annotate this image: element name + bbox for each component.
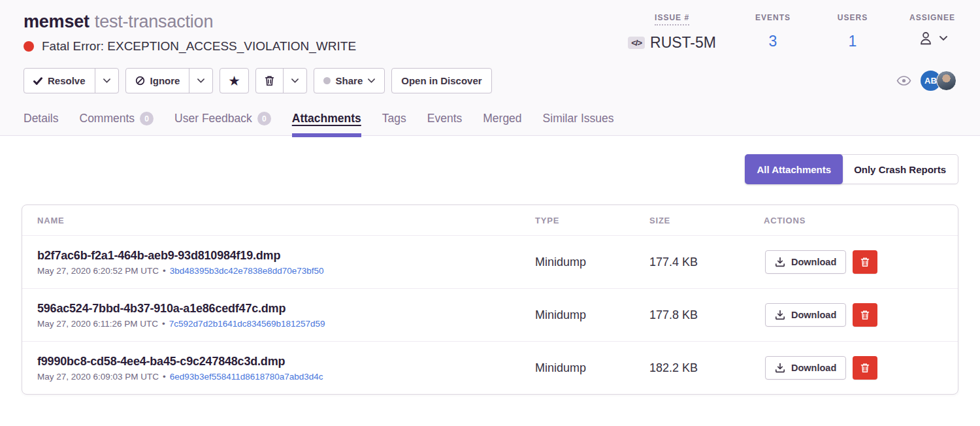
attachment-size: 177.8 KB <box>649 308 764 322</box>
open-in-discover-label: Open in Discover <box>401 75 482 86</box>
attachment-type: Minidump <box>535 361 649 375</box>
delete-dropdown-button[interactable] <box>283 69 306 93</box>
download-button[interactable]: Download <box>765 250 846 274</box>
meta-separator: • <box>162 319 165 329</box>
attachment-size: 177.4 KB <box>649 255 764 269</box>
download-label: Download <box>791 310 836 320</box>
download-button[interactable]: Download <box>765 356 846 380</box>
download-icon <box>775 257 785 267</box>
download-button[interactable]: Download <box>765 303 846 327</box>
resolve-button[interactable]: Resolve <box>24 69 95 93</box>
feedback-count-badge: 0 <box>257 112 271 125</box>
bookmark-star-button[interactable]: ★ <box>220 69 248 93</box>
seen-by-avatars: AB <box>921 71 956 91</box>
events-label: EVENTS <box>755 13 791 24</box>
column-header-type: TYPE <box>535 216 649 225</box>
open-discover-button-group: Open in Discover <box>391 68 491 93</box>
delete-button-group <box>255 68 307 93</box>
chevron-down-icon <box>291 78 299 83</box>
meta-separator: • <box>163 372 166 382</box>
attachment-name: b2f7ac6b-f2a1-464b-aeb9-93d810984f19.dmp <box>37 249 535 263</box>
attachment-type: Minidump <box>535 308 649 322</box>
ignore-button-group: Ignore <box>125 68 214 93</box>
comments-count-badge: 0 <box>140 112 154 125</box>
issue-short-id-value: RUST-5M <box>650 34 716 52</box>
delete-attachment-button[interactable] <box>853 250 877 274</box>
column-header-name: NAME <box>22 216 535 225</box>
share-label: Share <box>336 75 363 86</box>
issue-header: memsettest-transaction Fatal Error: EXCE… <box>0 0 980 54</box>
star-icon: ★ <box>229 75 239 87</box>
resolve-button-group: Resolve <box>24 68 119 93</box>
users-count[interactable]: 1 <box>849 33 857 50</box>
tab-events[interactable]: Events <box>427 112 463 135</box>
event-id-link[interactable]: 7c592d7d2b1641dc834569b181257d59 <box>169 319 325 329</box>
table-row: 596ac524-7bbd-4b37-910a-a1e86cedf47c.dmp… <box>22 288 958 341</box>
trash-icon <box>860 363 870 373</box>
issue-stats: ISSUE # </> RUST-5M EVENTS 3 USERS 1 ASS… <box>628 10 955 52</box>
issue-number-label: ISSUE # <box>655 13 689 25</box>
tab-tags[interactable]: Tags <box>382 112 406 135</box>
table-row: b2f7ac6b-f2a1-464b-aeb9-93d810984f19.dmp… <box>22 235 958 288</box>
transaction-name: test-transaction <box>95 12 213 31</box>
issue-short-id[interactable]: </> RUST-5M <box>628 34 716 52</box>
tab-similar-issues[interactable]: Similar Issues <box>543 112 614 135</box>
check-icon <box>33 77 42 85</box>
download-label: Download <box>791 257 836 267</box>
resolve-label: Resolve <box>48 75 86 86</box>
table-row: f9990bc8-cd58-4ee4-ba45-c9c247848c3d.dmp… <box>22 341 958 394</box>
attachment-size: 182.2 KB <box>649 361 764 375</box>
tab-comments[interactable]: Comments0 <box>80 112 154 135</box>
page-title: memset <box>24 12 90 31</box>
events-count[interactable]: 3 <box>769 33 777 50</box>
filter-only-crash-reports-button[interactable]: Only Crash Reports <box>842 155 958 184</box>
assignee-dropdown[interactable] <box>917 29 947 46</box>
issue-title-block: memsettest-transaction Fatal Error: EXCE… <box>24 10 356 54</box>
stat-issue-number: ISSUE # </> RUST-5M <box>628 13 716 52</box>
error-message: Fatal Error: EXCEPTION_ACCESS_VIOLATION_… <box>42 39 356 54</box>
code-icon: </> <box>628 37 645 49</box>
action-toolbar: Resolve Ignore <box>0 54 980 93</box>
share-button[interactable]: Share <box>314 69 385 93</box>
attachments-panel: All Attachments Only Crash Reports NAME … <box>0 136 980 426</box>
delete-attachment-button[interactable] <box>853 303 877 327</box>
attachment-date: May 27, 2020 6:11:26 PM UTC <box>37 319 158 329</box>
table-header-row: NAME TYPE SIZE ACTIONS <box>22 205 958 235</box>
attachments-table: NAME TYPE SIZE ACTIONS b2f7ac6b-f2a1-464… <box>22 205 958 395</box>
attachment-date: May 27, 2020 6:20:52 PM UTC <box>37 266 159 276</box>
filter-all-attachments-button[interactable]: All Attachments <box>745 154 843 184</box>
stat-assignee: ASSIGNEE <box>909 13 955 52</box>
event-id-link[interactable]: 6ed93b3ef558411d8618780a7abd3d4c <box>170 372 323 382</box>
share-status-dot <box>323 77 331 84</box>
stat-users: USERS 1 <box>830 13 875 52</box>
issue-page: memsettest-transaction Fatal Error: EXCE… <box>0 0 980 426</box>
tab-user-feedback[interactable]: User Feedback0 <box>174 112 271 135</box>
eye-icon <box>896 76 911 86</box>
bookmark-button-group: ★ <box>220 68 248 93</box>
open-in-discover-button[interactable]: Open in Discover <box>392 69 491 93</box>
delete-issue-button[interactable] <box>256 69 283 93</box>
download-icon <box>775 363 785 373</box>
attachment-name: f9990bc8-cd58-4ee4-ba45-c9c247848c3d.dmp <box>37 355 535 369</box>
ban-icon <box>135 76 145 86</box>
resolve-dropdown-button[interactable] <box>95 69 118 93</box>
chevron-down-icon <box>103 78 110 83</box>
tab-merged[interactable]: Merged <box>483 112 521 135</box>
tab-details[interactable]: Details <box>24 112 59 135</box>
avatar-photo <box>936 71 956 91</box>
seen-by-block: AB <box>896 71 956 91</box>
download-icon <box>775 310 785 320</box>
ignore-button[interactable]: Ignore <box>126 69 189 93</box>
delete-attachment-button[interactable] <box>853 356 877 380</box>
users-label: USERS <box>838 13 868 24</box>
ignore-dropdown-button[interactable] <box>189 69 212 93</box>
attachment-type: Minidump <box>535 255 649 269</box>
event-id-link[interactable]: 3bd48395b3dc42e7838e8dd70e73bf50 <box>170 266 324 276</box>
attachment-name: 596ac524-7bbd-4b37-910a-a1e86cedf47c.dmp <box>37 302 535 316</box>
chevron-down-icon <box>197 78 204 83</box>
chevron-down-icon <box>368 78 375 83</box>
tab-attachments[interactable]: Attachments <box>292 112 361 135</box>
trash-icon <box>860 310 870 320</box>
stat-events: EVENTS 3 <box>750 13 796 52</box>
chevron-down-icon <box>939 36 947 41</box>
